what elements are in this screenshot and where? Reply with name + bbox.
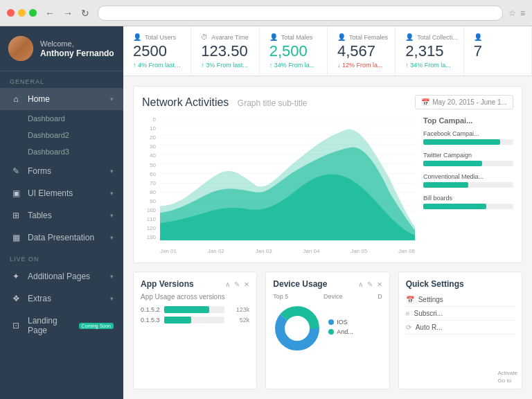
- y-label: 50: [142, 162, 156, 168]
- stat-males-label: Total Males: [281, 34, 313, 41]
- stat-collecti-change: ↑ 34% From la...: [405, 62, 453, 69]
- close-icon-2[interactable]: ✕: [377, 281, 382, 288]
- sidebar-item-additional-pages[interactable]: ✦ Additional Pages ▾: [0, 265, 123, 287]
- device-legend: IOS And...: [328, 319, 353, 338]
- device-usage-title: Device Usage: [273, 279, 327, 289]
- y-label: 10: [142, 125, 156, 132]
- y-label: 70: [142, 180, 156, 186]
- close-button[interactable]: [7, 9, 15, 17]
- network-chart: [160, 116, 415, 240]
- menu-icon[interactable]: ≡: [520, 8, 525, 18]
- campaign-twitter-name: Twitter Campaign: [423, 152, 513, 159]
- sidebar-item-tables[interactable]: ⊞ Tables ▾: [0, 204, 123, 227]
- bottom-panels: App Versions ∧ ✎ ✕ App Usage across vers…: [133, 272, 522, 389]
- app-versions-subtitle: App Usage across versions: [141, 293, 249, 301]
- section-live-on-label: LIVE ON: [0, 249, 123, 265]
- sidebar-item-dashboard2[interactable]: Dashboard2: [0, 127, 123, 143]
- maximize-button[interactable]: [29, 9, 37, 17]
- version-label-2: 0.1.5.3: [141, 317, 160, 323]
- legend-android: And...: [328, 328, 353, 335]
- stat-females-value: 4,567: [337, 42, 385, 60]
- females-icon: 👤: [337, 33, 346, 41]
- y-label: 80: [142, 189, 156, 195]
- edit-icon[interactable]: ✎: [234, 281, 240, 288]
- settings-item-settings[interactable]: 📅 Settings: [406, 293, 515, 307]
- user-name: Anthony Fernando: [40, 48, 114, 58]
- campaign-facebook-name: Facebook Campai...: [423, 130, 513, 137]
- y-label: 20: [142, 134, 156, 141]
- expand-icon-2[interactable]: ∧: [358, 281, 363, 288]
- activation-overlay: Activate Go to: [498, 370, 517, 384]
- date-range-badge[interactable]: 📅 May 20, 2015 - June 1...: [415, 95, 513, 109]
- chart-header: Network Activities Graph title sub-title…: [142, 95, 513, 109]
- version-row-1: 0.1.5.2 123k: [141, 306, 249, 313]
- sidebar-item-extras[interactable]: ❖ Extras ▾: [0, 287, 123, 310]
- app-versions-title: App Versions: [141, 279, 194, 289]
- sidebar-item-dashboard[interactable]: Dashboard: [0, 110, 123, 127]
- app-versions-panel: App Versions ∧ ✎ ✕ App Usage across vers…: [133, 272, 257, 389]
- sidebar-item-ui-elements[interactable]: ▣ UI Elements ▾: [0, 182, 123, 204]
- version-row-2: 0.1.5.3 52k: [141, 317, 249, 323]
- x-label-jan05: Jan 05: [351, 248, 367, 254]
- stat-males-change: ↑ 34% From la...: [269, 62, 317, 69]
- device-col-label: Device: [323, 293, 343, 300]
- sidebar-item-home[interactable]: ⌂ Home ▾: [0, 88, 123, 110]
- campaign-billboards: Bill boards: [423, 195, 513, 209]
- stat-extra: 👤 7: [464, 26, 532, 76]
- tables-icon: ⊞: [10, 211, 22, 220]
- stat-total-users-label: Total Users: [145, 34, 176, 41]
- sidebar-item-forms[interactable]: ✎ Forms ▾: [0, 160, 123, 182]
- sidebar-item-tables-label: Tables: [28, 211, 110, 220]
- avatar: [8, 36, 33, 61]
- sidebar-item-landing-label: Landing Page: [28, 316, 79, 335]
- sidebar-item-data-presentation[interactable]: ▦ Data Presentation ▾: [0, 227, 123, 249]
- device-usage-panel: Device Usage ∧ ✎ ✕ Top 5 Device D: [265, 272, 389, 389]
- sidebar-item-data-label: Data Presentation: [28, 233, 110, 242]
- minimize-button[interactable]: [18, 9, 26, 17]
- section-general-label: GENERAL: [0, 71, 123, 88]
- x-label-jan06: Jan 06: [398, 248, 415, 254]
- address-bar[interactable]: [98, 6, 503, 21]
- settings-label-2: Subscri...: [414, 310, 443, 317]
- chart-section: Network Activities Graph title sub-title…: [133, 86, 522, 263]
- sidebar-item-home-label: Home: [28, 94, 110, 104]
- settings-label-3: Auto R...: [416, 323, 443, 331]
- bookmark-icon[interactable]: ☆: [508, 8, 516, 18]
- profile-info: Welcome, Anthony Fernando: [40, 39, 114, 58]
- settings-item-auto-r[interactable]: ⟳ Auto R...: [406, 321, 515, 335]
- y-label: 130: [142, 234, 156, 240]
- campaign-billboards-name: Bill boards: [423, 195, 513, 202]
- refresh-button[interactable]: ↻: [78, 6, 92, 20]
- forward-button[interactable]: →: [60, 6, 76, 20]
- sidebar-item-dashboard3[interactable]: Dashboard3: [0, 143, 123, 160]
- campaigns-title: Top Campai...: [423, 116, 513, 125]
- donut-chart: [273, 304, 321, 353]
- close-icon[interactable]: ✕: [244, 281, 249, 288]
- extra-icon: 👤: [474, 33, 482, 41]
- stat-avarare-time: ⏱ Avarare Time 123.50 ↑ 3% From last...: [191, 26, 259, 76]
- chevron-right-icon-4: ▾: [110, 234, 114, 241]
- settings-item-subscri[interactable]: ≡ Subscri...: [406, 307, 515, 321]
- expand-icon[interactable]: ∧: [225, 281, 230, 288]
- edit-icon-2[interactable]: ✎: [367, 281, 373, 288]
- y-label: 0: [142, 116, 156, 123]
- sidebar: Welcome, Anthony Fernando GENERAL ⌂ Home…: [0, 26, 123, 399]
- stat-total-users: 👤 Total Users 2500 ↑ 4% From last ...: [123, 26, 191, 76]
- device-col-d: D: [378, 293, 382, 300]
- browser-actions: ☆ ≡: [508, 8, 525, 18]
- stat-extra-value: 7: [474, 42, 522, 60]
- sidebar-item-landing-page[interactable]: ⊡ Landing Page Coming Soon: [0, 310, 123, 342]
- legend-android-label: And...: [337, 328, 353, 335]
- stat-avarare-label: Avarare Time: [211, 34, 248, 41]
- chart-campaigns-panel: Top Campai... Facebook Campai... Twitter…: [423, 116, 513, 254]
- back-button[interactable]: ←: [42, 6, 57, 20]
- males-icon: 👤: [269, 33, 278, 41]
- settings-list-icon: ≡: [406, 310, 410, 317]
- version-count-1: 123k: [229, 306, 249, 313]
- sidebar-profile: Welcome, Anthony Fernando: [0, 26, 123, 71]
- x-label-jan03: Jan 03: [256, 248, 272, 254]
- stats-bar: 👤 Total Users 2500 ↑ 4% From last ... ⏱ …: [123, 26, 532, 76]
- stat-avarare-change: ↑ 3% From last...: [201, 62, 249, 69]
- y-axis: 130 120 110 100 90 80 70 60 50 40 30 20: [142, 116, 156, 240]
- campaign-facebook: Facebook Campai...: [423, 130, 513, 145]
